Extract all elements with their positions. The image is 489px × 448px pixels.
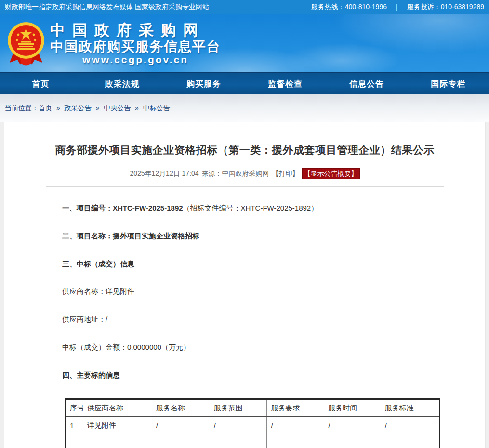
- national-emblem-icon: [5, 20, 47, 68]
- col-header-service-time: 服务时间: [324, 399, 381, 417]
- cell-service-standard: /: [381, 417, 439, 434]
- cell-supplier: 详见附件: [83, 417, 152, 434]
- col-header-service-scope: 服务范围: [210, 399, 267, 417]
- nav-item-international[interactable]: 国际专栏: [408, 73, 489, 94]
- top-utility-bar: 财政部唯一指定政府采购信息网络发布媒体 国家级政府采购专业网站 服务热线：400…: [0, 0, 489, 14]
- results-table: 序号 供应商名称 服务名称 服务范围 服务要求 服务时间 服务标准 1 详见附件…: [65, 398, 440, 448]
- col-header-service-standard: 服务标准: [381, 399, 439, 417]
- breadcrumb-award-link[interactable]: 中标公告: [143, 104, 170, 112]
- show-summary-button[interactable]: 【显示公告概要】: [302, 168, 360, 179]
- article-body: 一、项目编号：XHTC-FW-2025-1892（招标文件编号：XHTC-FW-…: [4, 204, 485, 380]
- breadcrumb-separator: »: [56, 104, 60, 112]
- col-header-service-requirement: 服务要求: [267, 399, 324, 417]
- paragraph-main-subject-heading: 四、主要标的信息: [62, 371, 442, 380]
- nav-item-supervision[interactable]: 监督检查: [245, 73, 326, 94]
- table-row: [66, 434, 440, 448]
- nav-item-home[interactable]: 首页: [0, 73, 81, 94]
- article-meta: 2025年12月12日 17:04 来源：中国政府采购网 【打印】 【显示公告概…: [4, 168, 485, 179]
- cell-service-scope: [210, 434, 267, 448]
- topbar-separator: ｜: [394, 3, 400, 12]
- main-navigation: 首页 政采法规 购买服务 监督检查 信息公告 国际专栏: [0, 72, 489, 94]
- table-row: 1 详见附件 / / / / /: [66, 417, 440, 434]
- paragraph-supplier-address: 供应商地址：/: [62, 315, 442, 324]
- print-button[interactable]: 【打印】: [272, 170, 299, 178]
- breadcrumb-home-link[interactable]: 首页: [39, 104, 52, 112]
- breadcrumb-zhengcai-link[interactable]: 政采公告: [65, 104, 92, 112]
- nav-item-regulations[interactable]: 政采法规: [81, 73, 163, 94]
- cell-service-requirement: [267, 434, 324, 448]
- title-divider: [46, 186, 444, 187]
- paragraph-project-number: 一、项目编号：XHTC-FW-2025-1892（招标文件编号：XHTC-FW-…: [62, 204, 442, 213]
- cell-service-scope: /: [210, 417, 267, 434]
- cell-service-name: /: [152, 417, 210, 434]
- col-header-supplier: 供应商名称: [83, 399, 152, 417]
- cell-service-time: /: [324, 417, 381, 434]
- cell-service-name: [152, 434, 210, 448]
- col-header-index: 序号: [66, 399, 83, 417]
- site-slogan: 财政部唯一指定政府采购信息网络发布媒体 国家级政府采购专业网站: [5, 3, 209, 12]
- site-banner: 中国政府采购网 中国政府购买服务信息平台 www.ccgp.gov.cn: [0, 14, 489, 72]
- paragraph-project-name: 二、项目名称：援外项目实施企业资格招标: [62, 232, 442, 241]
- site-name: 中国政府采购网: [50, 22, 221, 39]
- nav-item-announcements[interactable]: 信息公告: [326, 73, 408, 94]
- service-complaint: 服务投诉：010-63819289: [407, 3, 484, 12]
- breadcrumb: 当前位置：首页 » 政采公告 » 中央公告 » 中标公告: [5, 104, 170, 112]
- site-logo-text: 中国政府采购网 中国政府购买服务信息平台 www.ccgp.gov.cn: [50, 22, 221, 66]
- table-header-row: 序号 供应商名称 服务名称 服务范围 服务要求 服务时间 服务标准: [66, 399, 440, 417]
- cell-index: [66, 434, 83, 448]
- nav-item-purchase-services[interactable]: 购买服务: [163, 73, 244, 94]
- breadcrumb-separator: »: [95, 104, 99, 112]
- cell-supplier: [83, 434, 152, 448]
- results-table-wrap: 序号 供应商名称 服务名称 服务范围 服务要求 服务时间 服务标准 1 详见附件…: [65, 398, 485, 448]
- page-title: 商务部援外项目实施企业资格招标（第一类：援外成套项目管理企业）结果公示: [4, 122, 485, 158]
- breadcrumb-separator: »: [135, 104, 139, 112]
- cell-service-standard: [381, 434, 439, 448]
- paragraph-award-amount: 中标（成交）金额：0.0000000（万元）: [62, 343, 442, 352]
- cell-index: 1: [66, 417, 83, 434]
- col-header-service-name: 服务名称: [152, 399, 210, 417]
- site-url: www.ccgp.gov.cn: [50, 54, 221, 66]
- breadcrumb-strip: 当前位置：首页 » 政采公告 » 中央公告 » 中标公告: [0, 94, 489, 122]
- paragraph-award-info-heading: 三、中标（成交）信息: [62, 260, 442, 269]
- cell-service-requirement: /: [267, 417, 324, 434]
- announcement-card: 商务部援外项目实施企业资格招标（第一类：援外成套项目管理企业）结果公示 2025…: [4, 122, 486, 448]
- publish-datetime: 2025年12月12日 17:04: [130, 170, 198, 178]
- source-label: 来源：中国政府采购网: [202, 170, 269, 178]
- breadcrumb-central-link[interactable]: 中央公告: [104, 104, 131, 112]
- cell-service-time: [324, 434, 381, 448]
- breadcrumb-prefix: 当前位置：: [5, 104, 39, 112]
- service-hotline: 服务热线：400-810-1996: [311, 3, 387, 12]
- site-subtitle: 中国政府购买服务信息平台: [50, 39, 221, 54]
- paragraph-supplier-name: 供应商名称：详见附件: [62, 287, 442, 296]
